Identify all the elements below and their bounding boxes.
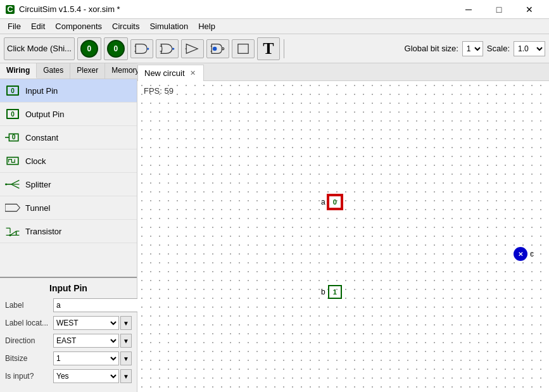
title-bar-controls: ─ □ ✕	[454, 0, 544, 19]
svg-text:0: 0	[12, 134, 16, 141]
canvas-tab-new-circuit[interactable]: New circuit ✕	[137, 65, 204, 81]
prop-select-is-input[interactable]: Yes No	[53, 369, 119, 383]
zero-indicator-2: 0	[107, 40, 125, 58]
prop-select-bitsize[interactable]: 1 2 4 8	[53, 351, 119, 365]
clock-icon-wrap	[5, 153, 20, 168]
svg-rect-14	[238, 44, 248, 53]
toolbar-right: Global bit size: 1 2 4 8 Scale: 0.5 0.75…	[405, 41, 545, 56]
sidebar-item-label-input-pin: Input Pin	[25, 86, 58, 96]
splitter-icon	[5, 177, 20, 192]
prop-select-direction[interactable]: EAST WEST NORTH SOUTH	[53, 334, 119, 348]
menu-circuits[interactable]: Circuits	[107, 19, 144, 34]
and-gate-icon	[134, 41, 150, 57]
prop-select-wrap-direction: EAST WEST NORTH SOUTH ▼	[53, 334, 132, 348]
canvas-tab-close[interactable]: ✕	[189, 69, 197, 77]
text-tool-button[interactable]: T	[257, 37, 280, 60]
prop-arrow-is-input[interactable]: ▼	[120, 369, 132, 383]
canvas-area: New circuit ✕ FPS: 59 a 0 b 1 ✕	[137, 63, 549, 392]
pin-a-label: a	[321, 198, 325, 206]
prop-label-label: Label	[5, 301, 51, 310]
svg-text:C: C	[7, 4, 13, 14]
sidebar-item-tunnel[interactable]: Tunnel	[0, 196, 137, 220]
tab-gates[interactable]: Gates	[37, 63, 70, 79]
scale-select[interactable]: 0.5 0.75 1.0 1.25 1.5 2.0	[514, 41, 545, 56]
prop-row-bitsize: Bitsize 1 2 4 8 ▼	[5, 351, 132, 365]
sidebar: Wiring Gates Plexer Memory ▼ 0 Input Pin…	[0, 63, 137, 392]
xor-label: c	[530, 250, 534, 258]
sidebar-item-label-transistor: Transistor	[25, 227, 61, 236]
sidebar-item-label-tunnel: Tunnel	[25, 203, 50, 213]
pin-b-box[interactable]: 1	[328, 285, 342, 299]
buffer-icon	[184, 41, 201, 57]
tab-plexer[interactable]: Plexer	[70, 63, 105, 79]
menu-help[interactable]: Help	[193, 19, 220, 34]
transistor-icon-wrap	[5, 224, 20, 239]
menu-components[interactable]: Components	[50, 19, 107, 34]
svg-point-5	[172, 47, 174, 49]
svg-marker-8	[186, 44, 198, 53]
prop-arrow-location[interactable]: ▼	[120, 316, 132, 330]
zero-indicator-1: 0	[80, 40, 98, 58]
svg-line-22	[11, 184, 20, 188]
fps-display: FPS: 59	[144, 86, 174, 96]
sidebar-item-constant[interactable]: 0 Constant	[0, 126, 137, 149]
app-icon: C	[5, 4, 15, 15]
prop-row-direction: Direction EAST WEST NORTH SOUTH ▼	[5, 334, 132, 348]
sidebar-items: 0 Input Pin 0 Output Pin 0	[0, 79, 137, 277]
sidebar-item-output-pin[interactable]: 0 Output Pin	[0, 103, 137, 126]
menu-bar: File Edit Components Circuits Simulation…	[0, 19, 549, 34]
tunnel-icon-wrap	[5, 200, 20, 215]
click-mode-button[interactable]: Click Mode (Shi...	[4, 37, 75, 60]
toolbar-separator	[284, 39, 284, 58]
global-bit-size-select[interactable]: 1 2 4 8	[462, 41, 483, 56]
svg-line-26	[10, 231, 16, 235]
dot-grid[interactable]: FPS: 59 a 0 b 1 ✕ c	[137, 81, 549, 392]
close-button[interactable]: ✕	[515, 0, 544, 19]
zero-button-2[interactable]: 0	[104, 37, 128, 60]
nand-gate-button[interactable]	[206, 39, 229, 58]
menu-edit[interactable]: Edit	[26, 19, 50, 34]
menu-simulation[interactable]: Simulation	[144, 19, 193, 34]
or-gate-button[interactable]	[156, 39, 179, 58]
text-tool-icon: T	[263, 41, 274, 57]
prop-row-is-input: Is input? Yes No ▼	[5, 369, 132, 383]
sidebar-item-label-constant: Constant	[25, 133, 58, 142]
buffer-button[interactable]	[181, 39, 204, 58]
minimize-button[interactable]: ─	[454, 0, 483, 19]
tab-wiring[interactable]: Wiring	[0, 63, 37, 79]
prop-label-location: Label locat...	[5, 319, 51, 327]
prop-select-wrap-location: WEST EAST NORTH SOUTH ▼	[53, 316, 132, 330]
prop-arrow-direction[interactable]: ▼	[120, 334, 132, 348]
pin-a-box[interactable]: 0	[328, 195, 342, 209]
prop-select-location[interactable]: WEST EAST NORTH SOUTH	[53, 316, 119, 330]
prop-arrow-bitsize[interactable]: ▼	[120, 351, 132, 365]
circuit-element-pin-b[interactable]: b 1	[321, 285, 342, 299]
sidebar-item-transistor[interactable]: Transistor	[0, 220, 137, 243]
menu-file[interactable]: File	[3, 19, 26, 34]
tab-bar: New circuit ✕	[137, 63, 549, 81]
constant-icon: 0	[5, 131, 20, 144]
svg-marker-24	[5, 204, 20, 211]
or-gate-icon	[159, 41, 175, 57]
input-pin-icon: 0	[5, 83, 20, 98]
properties-panel: Input Pin Label Label locat... WEST EAST…	[0, 277, 137, 392]
transistor-icon	[5, 224, 20, 239]
toolbar: Click Mode (Shi... 0 0	[0, 34, 549, 63]
prop-row-label: Label	[5, 298, 132, 312]
zero-button-1[interactable]: 0	[77, 37, 101, 60]
sidebar-item-splitter[interactable]: Splitter	[0, 173, 137, 196]
xor-gate-circle[interactable]: ✕	[514, 247, 527, 261]
and-gate-button[interactable]	[130, 39, 153, 58]
prop-label-is-input: Is input?	[5, 372, 51, 381]
sidebar-item-clock[interactable]: Clock	[0, 149, 137, 173]
sidebar-item-label-splitter: Splitter	[25, 180, 51, 189]
nand-gate-icon	[210, 41, 226, 57]
splitter-icon-wrap	[5, 177, 20, 192]
circuit-element-pin-a[interactable]: a 0	[321, 195, 342, 209]
sidebar-item-input-pin[interactable]: 0 Input Pin	[0, 79, 137, 103]
mux-button[interactable]	[232, 39, 255, 58]
svg-point-13	[213, 46, 217, 51]
maximize-button[interactable]: □	[484, 0, 514, 19]
sidebar-item-label-output-pin: Output Pin	[25, 110, 64, 119]
circuit-element-xor[interactable]: ✕ c	[514, 247, 534, 261]
